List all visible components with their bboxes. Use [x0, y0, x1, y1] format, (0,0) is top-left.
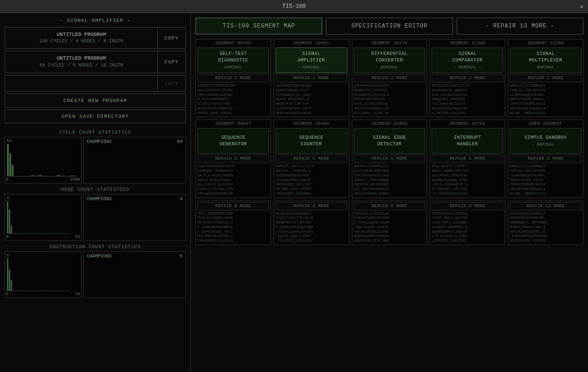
repair-more-button[interactable]: - REPAIR 13 MORE - — [457, 18, 583, 34]
title-bar: TIS-100 ✕ — [0, 0, 588, 13]
bar — [70, 176, 72, 176]
segment-name-box-7[interactable]: SIGNAL EDGEDETECTOR — [354, 128, 426, 154]
bar — [26, 291, 27, 291]
bar — [31, 291, 33, 291]
segment-name-box-4[interactable]: SIGNALMULTIPLEXER - NOMINAL - — [510, 47, 581, 73]
bar — [61, 291, 62, 291]
segment-name-box-2[interactable]: DIFFERENTIALCONVERTER - NOMINAL - — [354, 47, 426, 73]
repair-button-10[interactable]: REPAIR 8 MORE — [197, 202, 269, 210]
bar — [39, 233, 40, 234]
create-new-button[interactable]: CREATE NEW PROGRAM — [5, 94, 186, 108]
repair-button-12[interactable]: REPAIR 8 MORE — [354, 202, 426, 210]
segment-map-button[interactable]: TIS-100 SEGMENT MAP — [196, 18, 322, 34]
repair-button-7[interactable]: REPAIR 5 MORE — [354, 155, 426, 163]
repair-button-2[interactable]: REPAIR 2 MORE — [354, 74, 426, 82]
bar — [31, 233, 33, 234]
bar — [24, 233, 25, 234]
bar — [30, 176, 32, 176]
seg-status-3: - NOMINAL - — [454, 65, 481, 70]
top-buttons: TIS-100 SEGMENT MAP SPECIFICATION EDITOR… — [196, 18, 583, 34]
bar — [18, 291, 20, 291]
repair-button-1[interactable]: REPAIR 2 MORE — [276, 74, 347, 82]
seg-status-4: - NOMINAL - — [532, 65, 559, 70]
bar — [12, 165, 14, 176]
seg-name-5: SEQUENCEGENERATOR — [220, 135, 247, 148]
program-name-0: UNTITLED PROGRAM — [10, 31, 153, 38]
seg-name-0: SELF-TESTDIAGNOSTIC — [218, 51, 248, 64]
bar — [54, 291, 55, 291]
bar — [65, 176, 67, 176]
bar — [20, 233, 21, 234]
bar — [11, 226, 12, 234]
cycle-stats-title: CYCLE COUNT STATISTICS — [5, 130, 186, 135]
segment-name-box-3[interactable]: SIGNALCOMPARATOR - NOMINAL - — [432, 47, 503, 73]
bar — [47, 176, 48, 176]
bar — [18, 233, 20, 234]
left-panel: - SIGNAL AMPLIFIER - UNTITLED PROGRAM 16… — [0, 13, 191, 372]
bar — [16, 233, 18, 234]
bar — [19, 176, 20, 176]
node-champion-box: CHAMPIONX 4 — [83, 194, 186, 241]
repair-button-14[interactable]: REPAIR 13 MORE — [510, 202, 581, 210]
bar — [7, 258, 8, 291]
segment-header-7: SEGMENT 32050 — [352, 120, 427, 127]
cycle-chart-bars — [7, 144, 79, 176]
bar — [9, 210, 10, 234]
repair-button-13[interactable]: REPAIR 8 MORE — [432, 202, 503, 210]
stats-section: CYCLE COUNT STATISTICS 84 0 1000 CHAMPIO… — [5, 130, 186, 298]
segment-name-box-6[interactable]: SEQUENCECOUNTER — [276, 128, 347, 154]
program-button-0[interactable]: UNTITLED PROGRAM 160 CYCLES / 4 NODES / … — [5, 27, 158, 49]
bar — [42, 291, 44, 291]
bar — [54, 233, 55, 234]
seg-name-2: DIFFERENTIALCONVERTER — [371, 51, 407, 64]
copy-button-0[interactable]: COPY — [158, 27, 186, 49]
seg-name-4: SIGNALMULTIPLEXER — [529, 51, 562, 64]
close-button[interactable]: ✕ — [580, 3, 583, 10]
segment-name-box-8[interactable]: INTERRUPTHANDLER — [432, 128, 503, 154]
repair-button-0[interactable]: REPAIR 2 MORE — [197, 74, 269, 82]
cycle-stats-row: 84 0 1000 CHAMPIONX 84 — [5, 137, 186, 183]
bar — [54, 176, 55, 176]
segment-header-2: SEGMENT 20176 — [352, 40, 427, 47]
bar — [14, 233, 16, 234]
open-save-button[interactable]: OPEN SAVE DIRECTORY — [5, 109, 186, 123]
segment-name-box-5[interactable]: SEQUENCEGENERATOR — [197, 128, 269, 154]
segment-name-box-1[interactable]: SIGNALAMPLIFIER - NOMINAL - — [276, 47, 347, 73]
program-row-1: UNTITLED PROGRAM 84 CYCLES / 5 NODES / 1… — [5, 51, 186, 73]
segment-cell-14: REPAIR 13 MOREZCOHIGZFKIZEBUKJTHERAPPBOU… — [508, 201, 583, 245]
segment-cell-9: USER SEGMENT SIMPLE SANDBOX - NOMINAL - … — [508, 120, 583, 197]
bar — [39, 291, 40, 291]
seg-status-1: - NOMINAL - — [297, 65, 325, 70]
bar — [63, 176, 65, 176]
repair-button-11[interactable]: REPAIR 8 MORE — [276, 202, 347, 210]
spec-editor-button[interactable]: SPECIFICATION EDITOR — [326, 18, 453, 34]
repair-button-8[interactable]: REPAIR 5 MORE — [432, 155, 503, 163]
program-button-2[interactable] — [5, 75, 158, 92]
segment-header-4: SEGMENT 22280 — [508, 40, 583, 47]
bar — [56, 176, 58, 176]
bar — [57, 291, 59, 291]
bar — [44, 233, 46, 234]
segment-name-box-9[interactable]: SIMPLE SANDBOX - NOMINAL - — [510, 128, 581, 154]
program-row-2: COPY — [5, 75, 186, 92]
program-button-1[interactable]: UNTITLED PROGRAM 84 CYCLES / 5 NODES / 1… — [5, 51, 158, 73]
seg-status-0: - NOMINAL - — [219, 65, 247, 70]
repair-button-5[interactable]: REPAIR 5 MORE — [197, 155, 269, 163]
instr-champion-name: CHAMPIONX — [87, 254, 112, 259]
segment-grid: SEGMENT 00150 SELF-TESTDIAGNOSTIC - NOMI… — [196, 39, 583, 245]
segment-cell-1: SEGMENT 10981 SIGNALAMPLIFIER - NOMINAL … — [274, 39, 349, 117]
copy-button-1[interactable]: CoPY — [158, 51, 186, 73]
program-stats-0: 160 CYCLES / 4 NODES / 6 INSTR — [10, 38, 153, 45]
repair-button-6[interactable]: REPAIR 5 MORE — [276, 155, 347, 163]
repair-button-9[interactable]: REPAIR 5 MORE — [510, 155, 581, 163]
node-stats-row: 4 0 34 CHAMPIONX 4 — [5, 194, 186, 241]
repair-button-4[interactable]: REPAIR 2 MORE — [510, 74, 581, 82]
bar — [48, 233, 49, 234]
bar — [61, 233, 62, 234]
bar — [11, 280, 12, 291]
segment-name-box-0[interactable]: SELF-TESTDIAGNOSTIC - NOMINAL - — [197, 47, 269, 73]
bar — [22, 291, 23, 291]
bar — [35, 176, 37, 176]
seg-status-2: - NOMINAL - — [376, 65, 403, 70]
repair-button-3[interactable]: REPAIR 2 MORE — [432, 74, 503, 82]
